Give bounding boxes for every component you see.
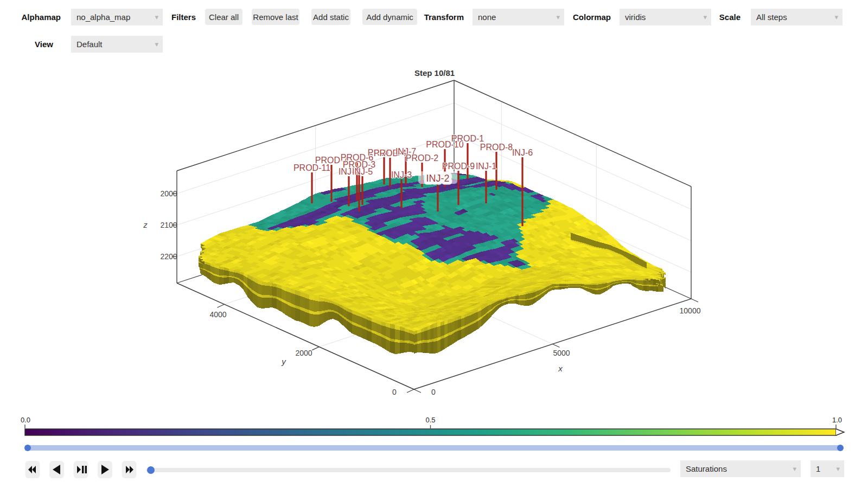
svg-text:5000: 5000 xyxy=(553,349,570,357)
svg-text:4000: 4000 xyxy=(209,310,226,319)
svg-text:y: y xyxy=(281,357,286,366)
svg-text:1.0: 1.0 xyxy=(832,416,842,424)
svg-text:x: x xyxy=(558,364,563,373)
svg-text:PROD-2: PROD-2 xyxy=(406,153,439,163)
svg-text:0.5: 0.5 xyxy=(425,416,435,424)
svg-text:PROD-8: PROD-8 xyxy=(480,143,513,152)
svg-text:PROD-1: PROD-1 xyxy=(451,134,484,143)
svg-text:PROD-9: PROD-9 xyxy=(442,162,475,171)
svg-text:PROD-3: PROD-3 xyxy=(343,160,376,169)
svg-text:10000: 10000 xyxy=(680,306,701,315)
svg-text:0: 0 xyxy=(392,388,397,396)
svg-text:2000: 2000 xyxy=(295,349,312,357)
svg-text:2000: 2000 xyxy=(160,189,177,198)
svg-text:0.0: 0.0 xyxy=(21,416,30,424)
svg-text:Step 10/81: Step 10/81 xyxy=(414,68,455,78)
svg-text:2200: 2200 xyxy=(160,252,177,261)
svg-text:INJ-6: INJ-6 xyxy=(512,148,533,157)
svg-text:INJ-1: INJ-1 xyxy=(476,162,496,171)
svg-text:z: z xyxy=(143,220,148,229)
svg-text:0: 0 xyxy=(431,388,436,396)
svg-text:INJ-3: INJ-3 xyxy=(391,170,412,179)
svg-text:INJ-2: INJ-2 xyxy=(426,173,449,184)
svg-text:2100: 2100 xyxy=(160,221,177,229)
